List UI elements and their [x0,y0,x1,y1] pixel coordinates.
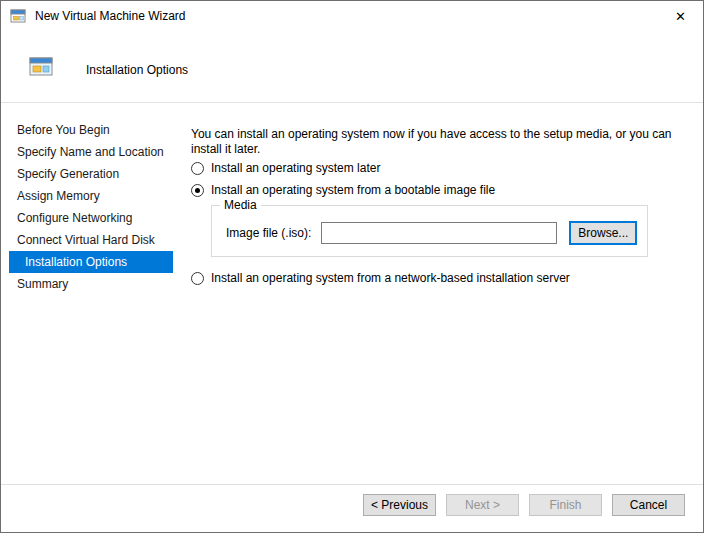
wizard-steps-nav: Before You Begin Specify Name and Locati… [1,103,182,484]
window-title: New Virtual Machine Wizard [35,9,186,23]
wizard-page-icon [29,57,53,77]
radio-install-from-network[interactable]: Install an operating system from a netwo… [191,270,570,286]
sidebar-item-connect-virtual-hard-disk[interactable]: Connect Virtual Hard Disk [1,229,182,251]
finish-button[interactable]: Finish [529,494,602,516]
radio-install-from-image[interactable]: Install an operating system from a boota… [191,182,495,198]
radio-icon[interactable] [191,184,204,197]
previous-button[interactable]: < Previous [363,494,436,516]
radio-label: Install an operating system from a boota… [211,183,495,197]
radio-install-later[interactable]: Install an operating system later [191,160,380,176]
close-icon[interactable]: ✕ [658,1,703,31]
intro-text: You can install an operating system now … [191,127,697,157]
title-bar: New Virtual Machine Wizard ✕ [1,1,703,31]
sidebar-item-configure-networking[interactable]: Configure Networking [1,207,182,229]
sidebar-item-summary[interactable]: Summary [1,273,182,295]
image-file-label: Image file (.iso): [226,226,311,240]
image-file-row: Image file (.iso): Browse... [226,221,637,245]
window-icon [10,8,26,24]
wizard-content: You can install an operating system now … [182,103,703,484]
sidebar-item-before-you-begin[interactable]: Before You Begin [1,119,182,141]
next-button[interactable]: Next > [446,494,519,516]
button-bar: < Previous Next > Finish Cancel [1,484,703,532]
image-file-input[interactable] [321,222,557,244]
media-groupbox: Media Image file (.iso): Browse... [211,205,648,257]
browse-button[interactable]: Browse... [569,221,637,245]
wizard-header: Installation Options [1,31,703,103]
cancel-button[interactable]: Cancel [612,494,685,516]
radio-label: Install an operating system later [211,161,380,175]
wizard-window: New Virtual Machine Wizard ✕ Installatio… [0,0,704,533]
sidebar-item-assign-memory[interactable]: Assign Memory [1,185,182,207]
media-groupbox-title: Media [220,198,261,213]
radio-label: Install an operating system from a netwo… [211,271,570,285]
sidebar-item-installation-options[interactable]: Installation Options [9,251,173,273]
radio-icon[interactable] [191,162,204,175]
page-title: Installation Options [86,63,188,77]
radio-icon[interactable] [191,272,204,285]
sidebar-item-specify-generation[interactable]: Specify Generation [1,163,182,185]
sidebar-item-specify-name-and-location[interactable]: Specify Name and Location [1,141,182,163]
